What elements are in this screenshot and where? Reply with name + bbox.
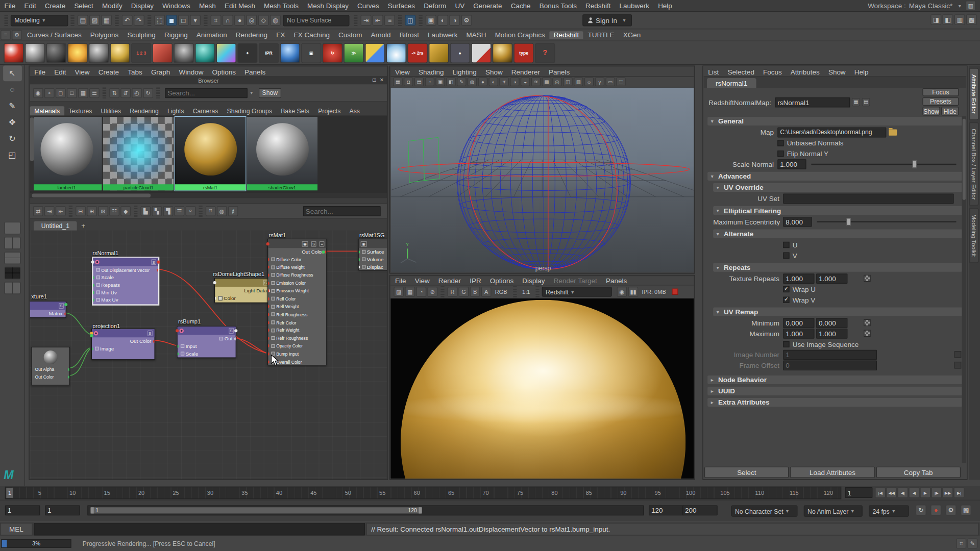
ae-tab-rsNormal1[interactable]: rsNormal1 xyxy=(707,78,756,88)
redshift-portal-light-icon[interactable] xyxy=(153,43,173,63)
focus-button[interactable]: Focus xyxy=(922,88,959,96)
animation-start-field[interactable] xyxy=(5,506,40,516)
playback-start-field[interactable] xyxy=(45,506,80,516)
viewport-menu-item[interactable]: View xyxy=(390,68,414,76)
menu-item[interactable]: Mesh xyxy=(194,2,220,10)
hypershade-menu-item[interactable]: Panels xyxy=(240,68,270,76)
rotate-tool[interactable]: ↻ xyxy=(3,131,22,146)
section-uv-override[interactable]: UV Override xyxy=(713,183,963,192)
node-rsMat1SG[interactable]: ◉S Surface Volume Displac xyxy=(358,239,387,270)
section-node-behavior[interactable]: Node Behavior xyxy=(707,375,963,384)
2d-pan-zoom-icon[interactable]: ◧ xyxy=(446,78,455,86)
output-connections-icon[interactable]: ⇤ xyxy=(373,15,383,26)
section-extra-attributes[interactable]: Extra Attributes xyxy=(707,398,963,407)
menu-item[interactable]: Edit Mesh xyxy=(220,2,259,10)
minimum-v-field[interactable] xyxy=(816,318,847,328)
expand-icon[interactable] xyxy=(181,352,184,355)
ae-bottom-button[interactable]: Copy Tab xyxy=(876,467,961,478)
attribute-editor-vertical-tab[interactable]: Attribute Editor xyxy=(969,68,978,119)
bookmarks-icon[interactable]: ◔ xyxy=(425,78,434,86)
expand-icon[interactable] xyxy=(219,337,223,340)
scale-normal-slider[interactable] xyxy=(811,163,956,164)
snap-point-icon[interactable]: ● xyxy=(234,15,245,26)
category-tab[interactable]: Cameras xyxy=(188,106,223,115)
node-rsMat1[interactable]: ◉S≡ Out Color Diffuse ColorDiffuse Weigh… xyxy=(267,239,327,366)
input-port[interactable] xyxy=(268,258,269,261)
gate-mask-icon[interactable]: ▭ xyxy=(606,78,615,86)
map-button-icon[interactable] xyxy=(864,330,870,337)
output-port[interactable] xyxy=(234,329,237,332)
map-path-field[interactable] xyxy=(777,127,886,137)
output-connections-icon[interactable]: ⇤ xyxy=(56,206,66,216)
open-image-icon[interactable]: ▨ xyxy=(394,287,404,297)
symmetry-icon[interactable]: ◫ xyxy=(405,15,415,26)
animation-end-field[interactable] xyxy=(682,506,718,516)
select-hierarchy-icon[interactable]: ⬚ xyxy=(154,15,165,26)
list-view-icon[interactable]: ☰ xyxy=(89,88,100,98)
input-port[interactable] xyxy=(268,282,269,285)
redshift-camera-icon[interactable]: ▣ xyxy=(301,43,321,63)
shelf-tab[interactable]: Motion Graphics xyxy=(491,31,549,39)
group-grip[interactable] xyxy=(398,15,402,26)
output-port[interactable] xyxy=(157,268,158,271)
lasso-select-tool[interactable]: ◌ xyxy=(3,82,22,97)
shelf-tab[interactable]: MASH xyxy=(462,31,491,39)
layout-persp-outliner-button[interactable] xyxy=(4,282,20,294)
refresh-swatches-icon[interactable]: ↻ xyxy=(143,88,153,98)
select-tool[interactable]: ↖ xyxy=(3,66,22,82)
menu-item[interactable]: Display xyxy=(127,2,158,10)
save-scene-icon[interactable]: ▦ xyxy=(101,15,112,26)
shelf-tab[interactable]: Curves / Surfaces xyxy=(22,31,86,39)
output-port[interactable] xyxy=(68,375,69,378)
current-time-field[interactable] xyxy=(845,487,873,498)
selection-mask-dropdown-icon[interactable]: ▾ xyxy=(190,15,201,26)
output-port[interactable] xyxy=(64,303,67,306)
add-graph-tab-button[interactable]: + xyxy=(77,220,90,231)
map-button-icon[interactable] xyxy=(864,319,870,326)
paint-select-tool[interactable]: ✎ xyxy=(3,98,22,114)
browser-pane-titlebar[interactable]: Browser ⊡ ✕ xyxy=(30,77,387,85)
slider-handle[interactable] xyxy=(913,160,917,168)
category-tab[interactable]: Lights xyxy=(163,106,188,115)
swatch-render-toggle-icon[interactable]: ◉ xyxy=(33,88,43,98)
input-port[interactable] xyxy=(268,313,269,316)
shelf-tab[interactable]: Sculpting xyxy=(123,31,160,39)
image-plane-icon[interactable]: ▣ xyxy=(435,78,445,86)
expand-icon[interactable] xyxy=(271,281,275,285)
node-texture1[interactable]: S Matrix xyxy=(30,301,66,318)
browse-file-icon[interactable] xyxy=(889,129,897,135)
expand-icon[interactable] xyxy=(95,347,99,350)
attribute-editor-menu-item[interactable]: Attributes xyxy=(786,68,824,76)
section-repeats[interactable]: Repeats xyxy=(713,263,963,272)
material-swatch-lambert1[interactable]: lambert1 xyxy=(31,117,102,190)
input-port[interactable] xyxy=(176,329,179,332)
attribute-editor-menu-item[interactable]: Show xyxy=(824,68,850,76)
input-port[interactable] xyxy=(268,360,269,363)
group-grip[interactable] xyxy=(156,87,160,98)
section-elliptical-filtering[interactable]: Elliptical Filtering xyxy=(713,206,963,215)
select-camera-icon[interactable]: ▦ xyxy=(393,78,402,86)
redshift-settings-sphere-icon[interactable] xyxy=(46,43,66,63)
section-alternate[interactable]: Alternate xyxy=(713,229,963,238)
shelf-tab[interactable]: XGen xyxy=(619,31,645,39)
expand-icon[interactable] xyxy=(96,290,100,294)
group-grip[interactable] xyxy=(440,286,444,297)
input-port[interactable] xyxy=(178,344,179,347)
output-port[interactable] xyxy=(64,312,65,315)
wrap-v-checkbox[interactable] xyxy=(783,296,789,303)
shelf-menu-icon[interactable]: ≡ xyxy=(1,30,11,40)
material-swatch-rsMat1[interactable]: rsMat1 xyxy=(175,117,246,190)
redshift-help-icon[interactable]: ? xyxy=(535,43,555,63)
attribute-editor-menu-item[interactable]: Focus xyxy=(758,68,786,76)
fps-dropdown[interactable]: 24 fps▼ xyxy=(869,506,909,517)
attribute-editor-menu-item[interactable]: Help xyxy=(850,68,873,76)
input-port[interactable] xyxy=(93,298,94,302)
input-port[interactable] xyxy=(268,305,269,308)
start-ipr-icon[interactable]: ◉ xyxy=(617,287,627,297)
render-view-menu-item[interactable]: Panels xyxy=(601,277,631,284)
menu-item[interactable]: Laubwerk xyxy=(615,2,654,10)
align-right-icon[interactable]: ▜ xyxy=(163,206,174,216)
ae-vertical-scrollbar[interactable] xyxy=(962,116,966,463)
shelf-tab[interactable]: Rendering xyxy=(231,31,272,39)
grease-pencil-icon[interactable]: ✎ xyxy=(457,78,466,86)
